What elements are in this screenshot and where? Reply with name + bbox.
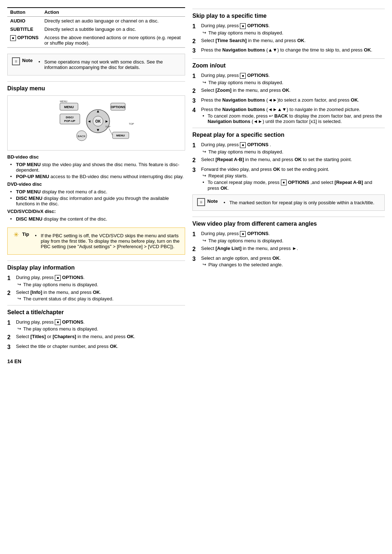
svg-text:◄: ◄ <box>87 119 91 123</box>
sub-text-2: To cancel repeat play mode, press ■ OPTI… <box>208 180 385 191</box>
step-item: 3 Select the title or chapter number, an… <box>7 344 185 351</box>
arrow-icon: ↪ <box>17 296 21 301</box>
step-item: 1 During play, press ■ OPTIONS. ↪ The pl… <box>192 23 385 36</box>
note-label-1: Note <box>22 58 33 63</box>
table-row: SUBTITLE Directly select a subtitle lang… <box>7 25 185 33</box>
note-text-2: The marked section for repeat play is on… <box>229 200 375 205</box>
options-icon: ■ <box>240 231 246 237</box>
bullet-dot: • <box>10 162 14 173</box>
svg-text:▲: ▲ <box>96 109 100 113</box>
bullet-dot: • <box>203 180 206 185</box>
display-menu-section: Display menu MENU DISC/ POP-UP OPTIONS <box>7 81 185 222</box>
sub-text: The play options menu is displayed. <box>23 326 98 332</box>
tip-label: Tip <box>22 231 29 237</box>
step-number: 1 <box>192 231 199 238</box>
bullet-dot: • <box>224 200 227 205</box>
table-header-action: Action <box>41 8 185 17</box>
bullet-dot: • <box>10 216 14 222</box>
step-number: 1 <box>192 142 199 149</box>
bullet-dot: • <box>10 174 14 179</box>
step-content: Select an angle option, and press OK. ↪ … <box>201 255 385 267</box>
step-item: 1 During play, press ■ OPTIONS. ↪ The pl… <box>7 275 185 287</box>
step-item: 2 Select [Info] in the menu, and press O… <box>7 290 185 301</box>
sub-text: The play options menu is displayed. <box>208 238 283 243</box>
step-number: 2 <box>192 87 199 95</box>
tip-text-1: If the PBC setting is off, the VCD/SVCD … <box>41 233 180 249</box>
display-menu-title: Display menu <box>7 81 185 92</box>
arrow-icon: ↪ <box>203 262 206 267</box>
note-text-1: Some operations may not work with some d… <box>44 59 180 70</box>
step-content: Select the title or chapter number, and … <box>16 344 185 349</box>
sub-text: The play options menu is displayed. <box>208 149 283 155</box>
step-item: 1 During play, press ■ OPTIONS . ↪ The p… <box>192 142 385 155</box>
step-number: 2 <box>192 246 199 253</box>
step-item: 2 Select [Time Search] in the menu, and … <box>192 38 385 45</box>
bullet-dot: • <box>35 233 38 249</box>
step-item: 1 During play, press ■ OPTIONS. ↪ The pl… <box>192 231 385 243</box>
bullet-dot: • <box>38 59 42 70</box>
button-action-table: Button Action AUDIO Directly select an a… <box>7 7 185 48</box>
sub-bullet-2: • To cancel repeat play mode, press ■ OP… <box>203 180 385 191</box>
display-play-steps: 1 During play, press ■ OPTIONS. ↪ The pl… <box>7 275 185 301</box>
step-item: 2 Select [Repeat A-B] in the menu, and p… <box>192 157 385 164</box>
dvd-bullet-2: DISC MENU display disc information and g… <box>16 196 185 206</box>
step-number: 2 <box>7 290 14 297</box>
bullet-dot: • <box>10 189 14 194</box>
vcd-bullet-1: DISC MENU display the content of the dis… <box>16 216 107 222</box>
arrow-icon: ↪ <box>17 282 21 287</box>
options-icon: ■ <box>55 275 61 281</box>
arrow-icon: ↪ <box>203 80 206 85</box>
skip-play-title: Skip play to a specific time <box>192 9 385 19</box>
arrow-icon: ↪ <box>203 173 206 178</box>
tip-box-1: ✳ Tip • If the PBC setting is off, the V… <box>7 227 185 255</box>
step-number: 1 <box>192 73 199 80</box>
display-play-title: Display play information <box>7 260 185 271</box>
svg-text:BACK: BACK <box>78 135 86 138</box>
view-video-section: View video play from different camera an… <box>192 217 385 267</box>
step-number: 3 <box>192 167 199 174</box>
table-row: AUDIO Directly select an audio language … <box>7 17 185 25</box>
step-item: 3 Press the Navigation buttons (▲▼) to c… <box>192 47 385 55</box>
bd-bullet-2: POP-UP MENU access to the BD-video disc … <box>16 174 184 179</box>
page-number: 14 EN <box>7 358 185 364</box>
svg-line-20 <box>109 128 113 135</box>
step-number: 1 <box>7 319 14 327</box>
select-title-section: Select a title/chapter 1 During play, pr… <box>7 305 185 351</box>
svg-text:DISC/: DISC/ <box>66 116 74 119</box>
step-content: Select [Titles] or [Chapters] in the men… <box>16 334 185 339</box>
step-item: 2 Select [Titles] or [Chapters] in the m… <box>7 334 185 341</box>
step-content: Press the Navigation buttons (▲▼) to cha… <box>201 47 385 53</box>
dvd-bullets: • TOP MENU display the root menu of a di… <box>10 189 185 206</box>
skip-play-section: Skip play to a specific time 1 During pl… <box>192 9 385 55</box>
step-number: 1 <box>192 23 199 30</box>
step-number: 3 <box>192 255 199 263</box>
step-content: Select [Time Search] in the menu, and pr… <box>201 38 385 43</box>
note-box-2: ≡ Note • The marked section for repeat p… <box>192 194 385 211</box>
table-action-options: Access the above mentioned actions or mo… <box>41 33 185 48</box>
note-label-2: Note <box>207 198 218 204</box>
step-content: During play, press ■ OPTIONS. ↪ The play… <box>16 275 185 287</box>
step-content: During play, press ■ OPTIONS. ↪ The play… <box>16 319 185 332</box>
sub-text: The play options menu is displayed. <box>208 30 283 36</box>
options-icon: ■ <box>281 180 287 185</box>
step-number: 4 <box>192 107 199 114</box>
step-number: 3 <box>192 97 199 105</box>
table-action-audio: Directly select an audio language or cha… <box>41 17 185 25</box>
sub-text: The current status of disc play is displ… <box>23 296 114 301</box>
svg-text:TOP: TOP <box>105 126 111 128</box>
step-content: During play, press ■ OPTIONS. ↪ The play… <box>201 231 385 243</box>
tip-icon: ✳ <box>12 231 20 239</box>
table-action-subtitle: Directly select a subtitle language on a… <box>41 25 185 33</box>
svg-text:MENU: MENU <box>116 134 125 137</box>
step-item: 1 During play, press ■ OPTIONS. ↪ The pl… <box>7 319 185 332</box>
bd-disc-label: BD-video disc <box>7 154 185 160</box>
options-icon: ■ <box>240 142 246 148</box>
step-number: 1 <box>7 275 14 282</box>
view-video-steps: 1 During play, press ■ OPTIONS. ↪ The pl… <box>192 231 385 267</box>
step-number: 2 <box>7 334 14 341</box>
display-play-section: Display play information 1 During play, … <box>7 260 185 301</box>
sub-text: The play options menu is displayed. <box>208 80 283 85</box>
step-content: Forward the video play, and press OK to … <box>201 167 385 191</box>
bullet-dot: • <box>203 113 206 119</box>
options-icon: ■ <box>10 35 16 41</box>
